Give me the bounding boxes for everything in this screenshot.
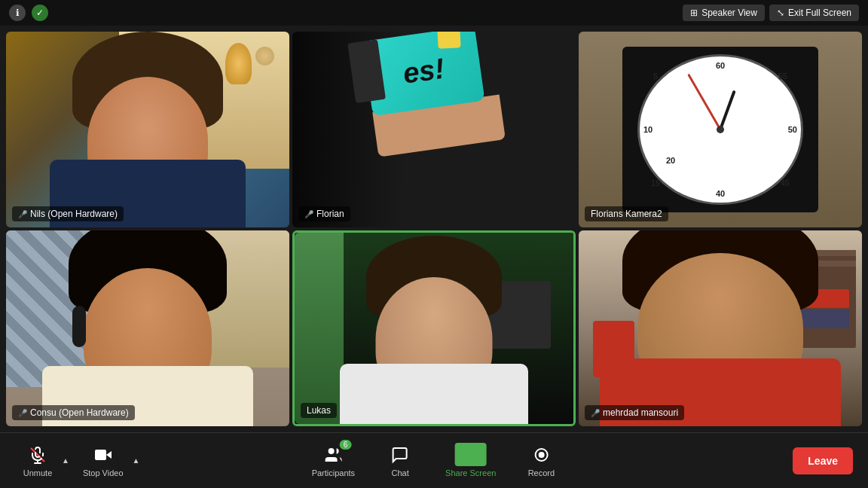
participants-icon	[324, 446, 342, 464]
record-label: Record	[528, 468, 555, 477]
speaker-view-label: Speaker View	[701, 8, 757, 18]
stop-video-split: Stop Video ▲	[75, 440, 140, 482]
clock-num-55: 55	[778, 72, 787, 81]
yes-text: es!	[401, 52, 446, 90]
unmute-split: Unmute ▲	[15, 440, 69, 482]
nils-lamp-decor	[225, 43, 252, 84]
lukas-name-label: Lukas	[301, 403, 337, 418]
florian-hand-area: es!	[362, 32, 506, 157]
clock-num-10: 10	[643, 125, 653, 134]
clock-frame: 60 55 50 45 40 5 10 15 20	[622, 47, 818, 212]
clock-container: 60 55 50 45 40 5 10 15 20	[622, 47, 818, 212]
share-screen-button[interactable]: Share Screen	[438, 440, 503, 482]
toolbar-left: Unmute ▲ Stop Video ▲	[15, 440, 139, 482]
record-icon	[532, 446, 550, 464]
unmute-chevron[interactable]: ▲	[62, 455, 69, 466]
top-bar-left: ℹ ✓	[9, 5, 48, 21]
clock-center	[717, 126, 724, 133]
participants-count-badge: 6	[340, 440, 352, 450]
clock-num-45: 45	[781, 178, 790, 188]
toolbar-right: Leave	[793, 447, 853, 474]
exit-fullscreen-button[interactable]: ⤡ Exit Full Screen	[769, 5, 859, 21]
unmute-icon-area	[24, 444, 51, 465]
nils-name-label: 🎤 Nils (Open Hardware)	[12, 206, 124, 221]
leave-button[interactable]: Leave	[793, 447, 853, 474]
info-icon[interactable]: ℹ	[9, 5, 26, 21]
video-cell-kamera2: 60 55 50 45 40 5 10 15 20	[579, 32, 862, 227]
speaker-view-icon: ⊞	[690, 8, 698, 18]
mehrdad-muted-icon: 🎤	[591, 409, 600, 417]
clock-num-20: 20	[666, 156, 675, 165]
clock-num-60: 60	[716, 61, 725, 70]
stop-video-label: Stop Video	[83, 468, 124, 477]
consu-name: Consu (Open Hardware)	[30, 407, 129, 418]
clock-num-40: 40	[716, 189, 725, 198]
mehrdad-person-container	[604, 230, 837, 426]
exit-fullscreen-icon: ⤡	[777, 8, 784, 18]
chat-label: Chat	[391, 468, 408, 477]
consu-person-container	[50, 230, 246, 426]
toolbar: Unmute ▲ Stop Video ▲	[0, 432, 868, 488]
chat-button[interactable]: Chat	[377, 440, 423, 482]
top-bar-right: ⊞ Speaker View ⤡ Exit Full Screen	[683, 5, 859, 21]
kamera2-name: Florians Kamera2	[591, 209, 662, 219]
svg-rect-3	[95, 450, 106, 460]
top-bar: ℹ ✓ ⊞ Speaker View ⤡ Exit Full Screen	[0, 0, 868, 26]
clock-hour-hand	[719, 90, 736, 130]
video-cell-florian: es! 🎤 Florian	[292, 32, 576, 227]
video-cell-mehrdad: 🎤 mehrdad mansouri	[579, 230, 862, 426]
lukas-name: Lukas	[307, 405, 331, 416]
consu-muted-icon: 🎤	[18, 409, 27, 417]
consu-name-label: 🎤 Consu (Open Hardware)	[12, 405, 135, 420]
florian-name-label: 🎤 Florian	[298, 206, 350, 221]
clock-face: 60 55 50 45 40 5 10 15 20	[637, 54, 803, 205]
share-screen-icon	[460, 444, 482, 462]
unmute-button[interactable]: Unmute	[15, 440, 60, 482]
camera-icon	[94, 446, 112, 464]
record-button[interactable]: Record	[518, 440, 564, 482]
chat-icon	[391, 446, 409, 464]
stop-video-chevron[interactable]: ▲	[133, 455, 140, 466]
unmute-label: Unmute	[23, 468, 53, 477]
clock-num-5: 5	[653, 72, 658, 81]
clock-minute-hand	[687, 74, 721, 130]
video-cell-nils: 🎤 Nils (Open Hardware)	[6, 32, 289, 227]
nils-muted-icon: 🎤	[18, 210, 27, 218]
lukas-person-container	[347, 236, 521, 424]
svg-point-7	[539, 453, 543, 457]
speaker-view-button[interactable]: ⊞ Speaker View	[683, 5, 765, 21]
microphone-muted-icon	[29, 446, 47, 464]
consu-headphone	[72, 306, 86, 347]
clock-num-15: 15	[651, 178, 660, 188]
clock-num-50: 50	[788, 125, 797, 134]
video-cell-lukas: Lukas	[292, 230, 576, 426]
stop-video-button[interactable]: Stop Video	[75, 440, 131, 482]
yellow-thumb	[437, 32, 461, 49]
nils-person	[42, 32, 253, 227]
nils-ornament	[255, 47, 274, 66]
shield-icon[interactable]: ✓	[32, 5, 48, 21]
share-screen-label: Share Screen	[445, 468, 496, 477]
florian-name: Florian	[316, 209, 344, 219]
svg-point-4	[328, 448, 334, 454]
florian-muted-icon: 🎤	[304, 210, 313, 218]
share-screen-icon-area	[457, 444, 484, 465]
kamera2-name-label: Florians Kamera2	[585, 206, 668, 221]
participants-icon-area: 6	[319, 444, 347, 465]
record-icon-area	[527, 444, 555, 465]
chat-icon-area	[387, 444, 414, 465]
lukas-plant	[295, 233, 344, 424]
mehrdad-name: mehrdad mansouri	[603, 407, 678, 418]
lukas-shirt	[340, 364, 528, 424]
participants-button[interactable]: 6 Participants	[304, 440, 362, 482]
share-screen-icon-wrap	[455, 443, 487, 466]
exit-fullscreen-label: Exit Full Screen	[788, 8, 851, 18]
video-grid: 🎤 Nils (Open Hardware) es! 🎤 Florian	[0, 26, 868, 432]
participants-label: Participants	[312, 468, 355, 477]
nils-name: Nils (Open Hardware)	[30, 209, 118, 219]
toolbar-center: 6 Participants Chat	[304, 440, 564, 482]
mehrdad-name-label: 🎤 mehrdad mansouri	[585, 405, 684, 420]
video-cell-consu: 🎤 Consu (Open Hardware)	[6, 230, 289, 426]
stop-video-icon-area	[90, 444, 117, 465]
